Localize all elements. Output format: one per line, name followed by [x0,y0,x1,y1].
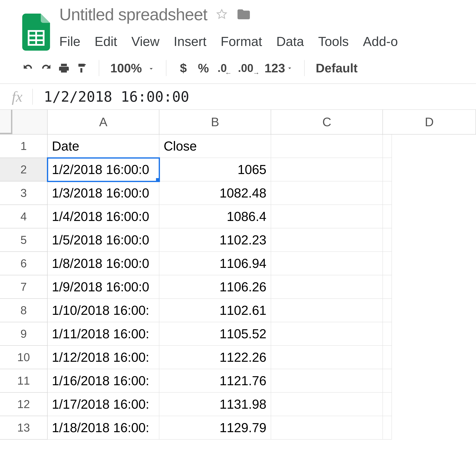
cell[interactable]: 1082.48 [159,181,271,205]
increase-decimal-button[interactable]: .00← [238,62,258,74]
cell[interactable]: 1102.61 [159,299,271,322]
toolbar-separator [166,60,166,76]
row-header[interactable]: 10 [0,346,48,369]
redo-icon[interactable] [40,62,52,74]
cell[interactable] [271,322,383,346]
more-formats-dropdown[interactable]: 123 [265,61,293,75]
cell[interactable] [383,275,392,299]
menu-data[interactable]: Data [276,34,304,49]
cell[interactable] [383,158,392,181]
cell[interactable] [271,416,383,440]
toolbar-separator [99,60,99,76]
cell[interactable] [271,135,383,158]
cell[interactable] [383,393,392,416]
cell[interactable]: 1/10/2018 16:00: [48,299,159,322]
cell[interactable]: 1/9/2018 16:00:0 [48,275,159,299]
cell[interactable]: 1106.26 [159,275,271,299]
selection-handle[interactable] [156,178,159,181]
cell[interactable] [383,228,392,252]
cell[interactable] [271,299,383,322]
cell[interactable]: Close [159,135,271,158]
cell[interactable] [271,158,383,181]
cell[interactable]: 1/2/2018 16:00:0 [48,158,159,181]
row-header[interactable]: 1 [0,135,48,158]
row-header[interactable]: 6 [0,252,48,275]
menu-edit[interactable]: Edit [95,34,117,49]
menu-format[interactable]: Format [221,34,262,49]
row-header[interactable]: 3 [0,181,48,205]
column-header-b[interactable]: B [159,110,271,135]
cell[interactable] [383,181,392,205]
cell[interactable] [383,299,392,322]
cell[interactable] [383,205,392,228]
cell[interactable] [383,322,392,346]
row-header[interactable]: 12 [0,393,48,416]
sheets-logo-icon[interactable] [22,14,50,51]
cell[interactable] [383,416,392,440]
cell[interactable]: 1/5/2018 16:00:0 [48,228,159,252]
row-header[interactable]: 2 [0,158,48,181]
select-all-corner[interactable] [0,110,48,135]
formula-input[interactable] [33,88,403,105]
row-header[interactable]: 9 [0,322,48,346]
row-header[interactable]: 11 [0,369,48,393]
row-header[interactable]: 7 [0,275,48,299]
cell[interactable] [271,275,383,299]
cell[interactable]: 1/4/2018 16:00:0 [48,205,159,228]
row-header[interactable]: 5 [0,228,48,252]
dropdown-arrow-icon [148,61,155,75]
cell[interactable] [383,135,392,158]
font-family-dropdown[interactable]: Default [316,61,357,75]
increase-decimal-label: .00 [238,62,253,74]
document-title[interactable]: Untitled spreadsheet [59,5,207,24]
cell[interactable] [383,346,392,369]
cell[interactable]: 1105.52 [159,322,271,346]
cell[interactable]: Date [48,135,159,158]
cell[interactable]: 1/12/2018 16:00: [48,346,159,369]
cell[interactable] [271,205,383,228]
menu-tools[interactable]: Tools [318,34,349,49]
cell[interactable]: 1122.26 [159,346,271,369]
cell[interactable] [383,369,392,393]
cell[interactable]: 1/18/2018 16:00: [48,416,159,440]
cell[interactable] [271,181,383,205]
cell[interactable]: 1/11/2018 16:00: [48,322,159,346]
star-icon[interactable] [216,8,228,21]
toolbar: 100% $ % .0← .00← 123 Default [0,60,476,84]
cell[interactable]: 1102.23 [159,228,271,252]
print-icon[interactable] [58,62,70,74]
cell[interactable]: 1131.98 [159,393,271,416]
cell[interactable]: 1086.4 [159,205,271,228]
paint-format-icon[interactable] [76,62,88,74]
format-percent-button[interactable]: % [195,61,211,75]
column-header-c[interactable]: C [271,110,383,135]
cell[interactable] [271,228,383,252]
cell[interactable]: 1065 [159,158,271,181]
cell[interactable] [271,369,383,393]
cell[interactable] [383,252,392,275]
cell[interactable]: 1106.94 [159,252,271,275]
cell[interactable]: 1/3/2018 16:00:0 [48,181,159,205]
menu-addons[interactable]: Add-o [363,34,398,49]
row-header[interactable]: 4 [0,205,48,228]
cell[interactable]: 1121.76 [159,369,271,393]
cell[interactable] [271,393,383,416]
cell[interactable]: 1/8/2018 16:00:0 [48,252,159,275]
cell[interactable]: 1/16/2018 16:00: [48,369,159,393]
undo-icon[interactable] [22,62,34,74]
row-header[interactable]: 8 [0,299,48,322]
column-header-d[interactable]: D [383,110,476,135]
cell[interactable] [271,252,383,275]
cell[interactable]: 1129.79 [159,416,271,440]
cell[interactable] [271,346,383,369]
column-header-a[interactable]: A [48,110,159,135]
decrease-decimal-button[interactable]: .0← [218,62,232,74]
menu-insert[interactable]: Insert [174,34,206,49]
zoom-dropdown[interactable]: 100% [110,61,155,75]
row-header[interactable]: 13 [0,416,48,440]
cell[interactable]: 1/17/2018 16:00: [48,393,159,416]
menu-view[interactable]: View [131,34,159,49]
menu-file[interactable]: File [59,34,80,49]
move-folder-icon[interactable] [236,7,251,22]
format-currency-button[interactable]: $ [177,61,189,75]
